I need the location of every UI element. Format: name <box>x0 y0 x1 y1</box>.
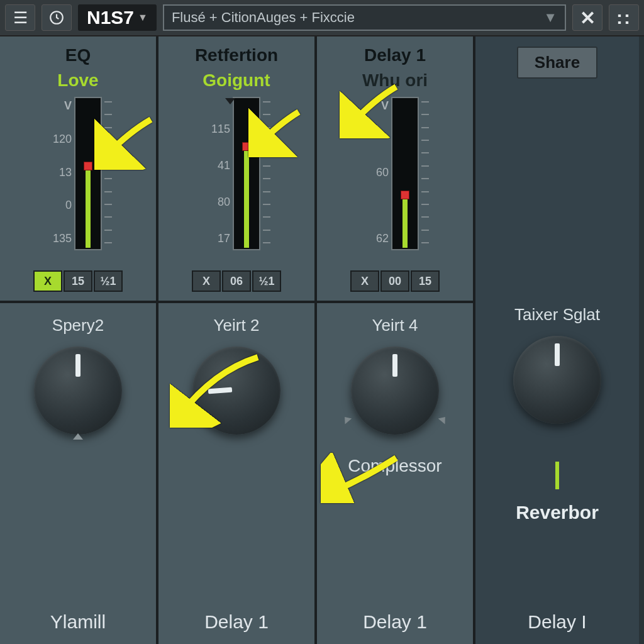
knob-indicator <box>555 343 560 366</box>
knob-label: Taixer Sglat <box>514 305 600 325</box>
effect-label: Reverbor <box>516 502 599 523</box>
mute-button[interactable]: X <box>192 270 221 292</box>
channel-delay1: Delay 1 Whu ori V 60 62 X 00 15 <box>317 36 475 644</box>
channel-title: Retfertion <box>195 45 278 65</box>
pan-knob[interactable] <box>34 347 122 435</box>
channel-subtitle: Love <box>57 70 98 91</box>
fader-handle[interactable] <box>84 162 92 170</box>
mute-button[interactable]: X <box>350 270 379 292</box>
channel-subtitle: Whu ori <box>362 70 428 91</box>
value-button[interactable]: 15 <box>411 270 440 292</box>
master-channel: Share Taixer Sglat Reverbor Delay I <box>475 36 639 644</box>
channel-retfertion: Retfertion Goigunt 115 41 80 17 X <box>158 36 317 644</box>
value-button[interactable]: 15 <box>64 270 92 292</box>
toolbar: ☰ N1S7 ▼ Flusé + CitionAuges + Fixccie ▼… <box>0 0 644 36</box>
channel-buttons: X 06 ½1 <box>192 270 281 292</box>
meter-scale: V 120 13 0 135 <box>43 97 72 248</box>
share-button[interactable]: Share <box>517 47 597 79</box>
level-meter[interactable] <box>74 97 102 250</box>
meter-block: V 60 62 <box>360 97 430 260</box>
channel-footer: Ylamill <box>50 611 106 633</box>
knob-indicator <box>75 354 80 377</box>
history-icon[interactable] <box>42 4 72 31</box>
meter-ticks <box>421 97 430 248</box>
value-button[interactable]: ½1 <box>94 270 123 292</box>
mixer-channels: EQ Love V 120 13 0 135 X 15 ½1 <box>0 36 644 644</box>
value-button[interactable]: ½1 <box>252 270 281 292</box>
channel-eq: EQ Love V 120 13 0 135 X 15 ½1 <box>0 36 158 644</box>
accent-indicator <box>555 462 559 489</box>
preset-selector[interactable]: N1S7 ▼ <box>78 4 157 31</box>
meter-fill <box>402 194 408 248</box>
meter-ticks <box>104 97 113 248</box>
meter-scale: 115 41 80 17 <box>201 97 230 248</box>
knob-indicator <box>392 354 397 377</box>
channel-footer: Delay I <box>528 611 586 633</box>
meter-block: V 120 13 0 135 <box>43 97 113 260</box>
level-meter[interactable] <box>233 97 260 250</box>
channel-buttons: X 15 ½1 <box>33 270 123 292</box>
divider <box>317 301 473 303</box>
pan-knob[interactable] <box>351 347 439 435</box>
plugin-chain-text: Flusé + CitionAuges + Fixccie <box>172 9 355 26</box>
master-knob[interactable] <box>513 336 601 424</box>
knob-pointer-icon <box>73 433 83 440</box>
channel-buttons: X 00 15 <box>350 270 440 292</box>
level-meter[interactable] <box>391 97 419 250</box>
knob-label: Spery2 <box>52 316 104 335</box>
channel-footer: Delay 1 <box>363 611 427 633</box>
fader-handle[interactable] <box>242 142 251 151</box>
caret-down-icon: ▼ <box>543 9 557 26</box>
grid-icon[interactable]: :: <box>609 4 639 31</box>
meter-fill <box>86 165 91 248</box>
preset-name: N1S7 <box>87 7 134 28</box>
caret-down-icon: ▼ <box>138 12 148 23</box>
knob-label: Yeirt 4 <box>372 316 418 335</box>
meter-fill <box>244 145 249 248</box>
channel-title: Delay 1 <box>364 45 426 65</box>
value-button[interactable]: 00 <box>380 270 409 292</box>
meter-block: 115 41 80 17 <box>201 97 272 260</box>
meter-scale: V 60 62 <box>360 97 389 248</box>
mute-button[interactable]: X <box>33 270 62 292</box>
knob-indicator <box>208 387 232 394</box>
plugin-chain-selector[interactable]: Flusé + CitionAuges + Fixccie ▼ <box>163 4 566 31</box>
channel-footer: Delay 1 <box>204 611 269 633</box>
knob-label: Yeirt 2 <box>214 316 260 335</box>
meter-ticks <box>263 97 272 248</box>
marker-icon <box>225 98 235 104</box>
effect-label: Complessor <box>348 456 441 476</box>
pan-knob[interactable] <box>192 347 280 435</box>
fader-handle[interactable] <box>401 191 409 199</box>
menu-icon[interactable]: ☰ <box>5 4 35 31</box>
channel-title: EQ <box>65 45 91 65</box>
channel-subtitle: Goigunt <box>203 70 270 91</box>
divider <box>0 301 156 303</box>
value-button[interactable]: 06 <box>222 270 251 292</box>
close-button[interactable]: ✕ <box>572 4 602 31</box>
divider <box>158 301 314 303</box>
